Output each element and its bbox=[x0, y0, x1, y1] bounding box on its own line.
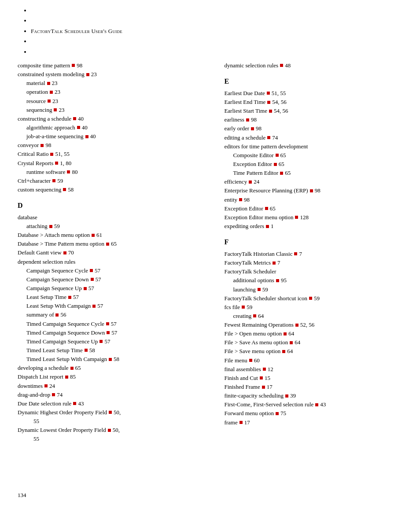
index-term: Campaign Sequence Up bbox=[26, 285, 82, 291]
list-item: Campaign Sequence Cycle57 bbox=[18, 266, 206, 275]
list-item: Timed Least Setup With Campaign58 bbox=[18, 355, 206, 364]
list-item: attaching59 bbox=[18, 222, 206, 231]
index-term: summary of bbox=[26, 311, 54, 318]
index-term: File menu bbox=[224, 357, 247, 364]
page-number-ref: 64 bbox=[288, 330, 294, 337]
index-term: Database > Time Pattern menu option bbox=[18, 240, 104, 247]
list-item: FactoryTalk Metrics7 bbox=[224, 258, 402, 267]
separator-square bbox=[52, 393, 55, 396]
index-term: Timed Campaign Sequence Up bbox=[26, 338, 98, 345]
list-item: FactoryTalk Scheduler shortcut icon59 bbox=[224, 294, 402, 303]
list-item: constrained system modeling23 bbox=[18, 70, 206, 79]
list-item: Campaign Sequence Down57 bbox=[18, 275, 206, 284]
index-term: Exception Editor menu option bbox=[224, 214, 293, 221]
list-item: FactoryTalk Scheduler bbox=[224, 267, 402, 276]
list-item: early order98 bbox=[224, 124, 402, 133]
page-number-ref: 70 bbox=[68, 249, 74, 256]
index-term: Dispatch List report bbox=[18, 373, 63, 380]
separator-square bbox=[262, 386, 265, 389]
page-number-ref: 57 bbox=[111, 329, 117, 336]
index-term: FactoryTalk Metrics bbox=[224, 259, 271, 266]
separator-square bbox=[290, 341, 293, 344]
list-item: Dynamic Lowest Order Property Field50, bbox=[18, 426, 206, 435]
index-term: developing a schedule bbox=[18, 365, 69, 371]
separator-square bbox=[251, 127, 254, 130]
page-number-ref: 57 bbox=[95, 267, 100, 274]
bullet-5 bbox=[31, 47, 402, 57]
index-term: Enterprise Resource Planning (ERP) bbox=[224, 187, 308, 194]
separator-square bbox=[84, 287, 87, 290]
list-item: Finish and Cut15 bbox=[224, 374, 402, 383]
separator-square bbox=[285, 394, 288, 398]
separator-square bbox=[239, 198, 242, 201]
separator-square bbox=[55, 313, 59, 317]
separator-square bbox=[263, 368, 266, 371]
list-item: Due Date selection rule43 bbox=[18, 399, 206, 408]
list-item: Ctrl+character59 bbox=[18, 177, 206, 185]
separator-square bbox=[260, 376, 263, 379]
separator-square bbox=[310, 189, 313, 192]
page-number-ref: 51, 55 bbox=[55, 151, 70, 157]
list-item: File > Open menu option64 bbox=[224, 329, 402, 338]
separator-square bbox=[72, 64, 75, 67]
section-header-d: D bbox=[18, 200, 206, 211]
separator-square bbox=[63, 251, 66, 254]
list-item: earliness98 bbox=[224, 115, 402, 124]
page-number: 134 bbox=[18, 492, 26, 498]
separator-square bbox=[67, 170, 70, 173]
separator-square bbox=[90, 269, 93, 272]
list-item: File menu60 bbox=[224, 356, 402, 365]
list-item: dynamic selection rules48 bbox=[224, 61, 402, 70]
page-number-ref: 58 bbox=[114, 356, 119, 362]
index-term: creating bbox=[233, 313, 251, 319]
list-item: 55 bbox=[18, 435, 206, 443]
separator-square bbox=[258, 288, 261, 291]
separator-square bbox=[55, 162, 58, 165]
page-number-ref: 58 bbox=[89, 347, 95, 354]
page-number-ref: 40 bbox=[78, 115, 84, 122]
index-term: FactoryTalk Scheduler bbox=[224, 268, 276, 275]
page-number-ref: 23 bbox=[52, 80, 58, 86]
right-column: dynamic selection rules48EEarliest Due D… bbox=[220, 61, 402, 444]
page-number-ref: 54, 56 bbox=[274, 107, 288, 114]
page-number-ref: 48 bbox=[285, 62, 291, 69]
page-number-ref: 57 bbox=[111, 320, 117, 327]
separator-square bbox=[276, 412, 279, 415]
page-number-ref: 23 bbox=[55, 88, 60, 95]
index-term: 55 bbox=[33, 435, 39, 442]
page-number-ref: 57 bbox=[73, 294, 79, 300]
list-item: entity98 bbox=[224, 195, 402, 204]
index-term: Ctrl+character bbox=[18, 177, 51, 184]
page-number-ref: 23 bbox=[52, 98, 58, 104]
index-term: Least Setup With Campaign bbox=[26, 302, 91, 309]
index-term: Exception Editor bbox=[224, 205, 263, 212]
index-term: job-at-a-time sequencing bbox=[26, 133, 84, 140]
book-title: FactoryTalk Scheduler User's Guide bbox=[31, 28, 122, 34]
page-number-ref: 59 bbox=[262, 286, 268, 293]
index-term: Finish and Cut bbox=[224, 375, 258, 381]
index-term: Campaign Sequence Cycle bbox=[26, 267, 88, 274]
list-item: additional options95 bbox=[224, 276, 402, 285]
page-number-ref: 57 bbox=[88, 285, 94, 291]
separator-square bbox=[73, 117, 76, 120]
separator-square bbox=[249, 180, 252, 184]
list-item: custom sequencing58 bbox=[18, 185, 206, 194]
page-number-ref: 98 bbox=[256, 125, 262, 132]
list-item: Timed Campaign Sequence Down57 bbox=[18, 328, 206, 337]
page-number-ref: 57 bbox=[97, 302, 103, 309]
list-item: Critical Ratio51, 55 bbox=[18, 150, 206, 158]
separator-square bbox=[50, 91, 53, 94]
separator-square bbox=[295, 324, 298, 327]
page-number-ref: 39 bbox=[290, 392, 296, 399]
list-item: Enterprise Resource Planning (ERP)98 bbox=[224, 186, 402, 195]
index-term: additional options bbox=[233, 277, 274, 284]
list-item: Campaign Sequence Up57 bbox=[18, 284, 206, 293]
page-footer: 134 bbox=[18, 492, 26, 499]
left-column: composite time pattern98constrained syst… bbox=[18, 61, 220, 444]
separator-square bbox=[280, 64, 283, 67]
index-term: constructing a schedule bbox=[18, 115, 71, 122]
list-item: File > Save menu option64 bbox=[224, 347, 402, 356]
index-term: material bbox=[26, 80, 45, 86]
separator-square bbox=[91, 278, 94, 281]
page-number-ref: 98 bbox=[251, 116, 257, 123]
